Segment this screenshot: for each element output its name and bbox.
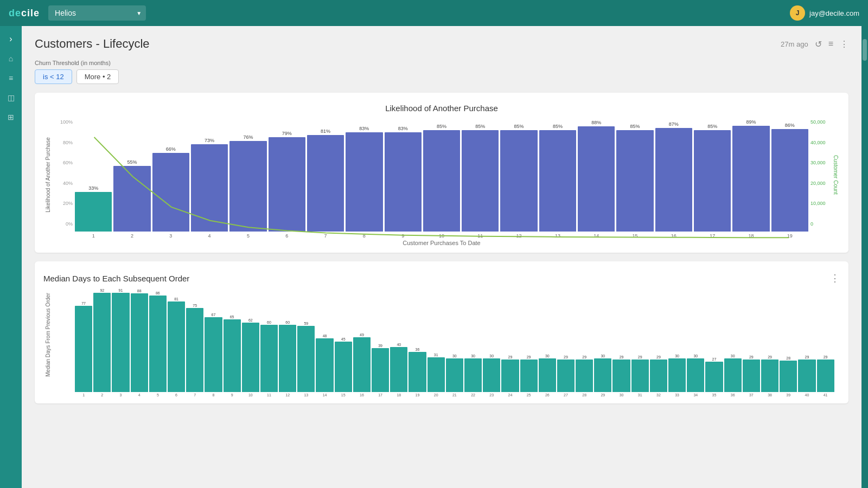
bar-label-14: 88%	[591, 120, 601, 125]
bar2-rect-29	[594, 358, 611, 392]
sidebar-item-settings[interactable]: ⊞	[2, 108, 20, 126]
bar2-rect-27	[557, 359, 575, 392]
bar2-label-22: 30	[471, 354, 475, 358]
bar2-group-24: 2924	[501, 288, 519, 397]
chart2-more-icon[interactable]: ⋮	[830, 272, 840, 284]
top-navigation: decile Helios ▼ J jay@decile.com	[0, 0, 868, 26]
bar2-x-label-11: 11	[267, 393, 271, 397]
more-options-icon[interactable]: ⋮	[840, 39, 848, 49]
bar2-x-label-33: 33	[675, 393, 679, 397]
bar2-label-15: 45	[341, 337, 346, 341]
bar2-rect-37	[743, 359, 760, 392]
bar2-group-26: 3026	[539, 288, 556, 397]
bar2-x-label-28: 28	[582, 393, 586, 397]
bar2-x-label-30: 30	[620, 393, 624, 397]
bar2-label-14: 48	[323, 334, 327, 338]
bar-group-16: 87%16	[655, 119, 692, 239]
bar2-x-label-37: 37	[749, 393, 754, 397]
bar2-x-label-8: 8	[212, 393, 214, 397]
more-filters-button[interactable]: More • 2	[76, 69, 119, 84]
bar-label-10: 85%	[437, 124, 446, 129]
filter-buttons: is < 12 More • 2	[35, 69, 848, 84]
bar2-rect-33	[668, 358, 686, 392]
bar2-x-label-41: 41	[824, 393, 828, 397]
bar2-group-12: 6012	[279, 288, 296, 397]
bar-label-3: 66%	[166, 146, 176, 152]
bar2-x-label-38: 38	[768, 393, 772, 397]
bar-x-label-1: 1	[92, 233, 95, 239]
bar-label-12: 85%	[514, 124, 524, 129]
bar2-group-22: 3022	[464, 288, 482, 397]
bar-rect-1	[75, 192, 112, 232]
bar2-rect-13	[297, 326, 315, 392]
filter-icon[interactable]: ≡	[828, 39, 833, 49]
bar-x-label-17: 17	[710, 233, 715, 239]
bar2-x-label-6: 6	[175, 393, 177, 397]
likelihood-bar-area: 100% 80% 60% 40% 20% 0% 50,000 40,000 30…	[75, 119, 808, 239]
refresh-icon[interactable]: ↺	[815, 39, 822, 49]
sidebar-toggle[interactable]: ›	[2, 30, 20, 48]
bar2-rect-35	[705, 362, 723, 392]
user-email: jay@decile.com	[809, 9, 859, 17]
bar2-x-label-22: 22	[471, 393, 475, 397]
bar2-label-5: 86	[156, 291, 160, 295]
active-filter-button[interactable]: is < 12	[35, 69, 72, 84]
sidebar-item-users[interactable]: ◫	[2, 89, 20, 106]
bar2-x-label-13: 13	[304, 393, 308, 397]
bar-rect-2	[113, 166, 150, 232]
bar2-rect-1	[75, 306, 92, 392]
bar2-rect-4	[131, 293, 148, 392]
bar2-group-13: 5913	[297, 288, 315, 397]
bar2-label-40: 29	[805, 355, 809, 359]
sidebar-item-home[interactable]: ⌂	[2, 50, 20, 67]
bar2-group-10: 6210	[242, 288, 259, 397]
left-sidebar: › ⌂ ≡ ◫ ⊞	[0, 26, 22, 488]
bar2-x-label-16: 16	[360, 393, 364, 397]
bar2-rect-19	[409, 352, 426, 392]
bar2-group-37: 2937	[743, 288, 760, 397]
median-days-chart-card: Median Days to Each Subsequent Order ⋮ M…	[35, 261, 848, 403]
bar2-label-32: 29	[656, 355, 661, 359]
sidebar-item-charts[interactable]: ≡	[2, 69, 20, 87]
bar-group-17: 85%17	[694, 119, 731, 239]
bar2-label-6: 81	[174, 297, 178, 301]
project-selector[interactable]: Helios ▼	[48, 5, 146, 21]
bar2-label-8: 67	[212, 313, 216, 317]
bar2-x-label-9: 9	[231, 393, 233, 397]
bar2-x-label-20: 20	[434, 393, 438, 397]
bar-label-6: 79%	[282, 131, 292, 136]
bar-group-18: 89%18	[732, 119, 769, 239]
bar2-group-31: 2931	[631, 288, 649, 397]
bar2-group-8: 678	[205, 288, 222, 397]
bar-x-label-10: 10	[439, 233, 444, 239]
bar2-label-21: 30	[452, 354, 457, 358]
bar-rect-3	[152, 153, 189, 232]
bar2-label-38: 29	[768, 355, 772, 359]
bar2-group-21: 3021	[446, 288, 463, 397]
bar-label-5: 76%	[243, 134, 253, 140]
scroll-indicator[interactable]	[863, 39, 867, 61]
bar-x-label-2: 2	[131, 233, 133, 239]
median-days-chart-container: Median Days to Each Subsequent Order ⋮ M…	[43, 272, 840, 397]
bar-x-label-5: 5	[247, 233, 250, 239]
bar2-group-17: 3917	[372, 288, 389, 397]
bar-label-19: 86%	[785, 123, 795, 128]
bar2-x-label-26: 26	[545, 393, 550, 397]
bar2-rect-36	[724, 358, 742, 392]
bar2-rect-3	[112, 293, 129, 392]
project-name: Helios	[55, 9, 76, 17]
bar2-group-30: 2930	[612, 288, 630, 397]
bar2-label-7: 75	[193, 304, 197, 307]
bar2-group-36: 3036	[724, 288, 742, 397]
bar2-x-label-40: 40	[805, 393, 809, 397]
bar-rect-10	[423, 130, 460, 232]
bar2-group-29: 3029	[594, 288, 611, 397]
bar-group-4: 73%4	[191, 119, 228, 239]
bar2-label-2: 92	[100, 288, 104, 292]
bar2-rect-24	[501, 359, 519, 392]
bar-rect-11	[462, 130, 499, 232]
bar2-x-label-17: 17	[378, 393, 382, 397]
bar-x-label-12: 12	[516, 233, 522, 239]
bar2-group-41: 2941	[817, 288, 834, 397]
bar-rect-17	[694, 130, 731, 232]
